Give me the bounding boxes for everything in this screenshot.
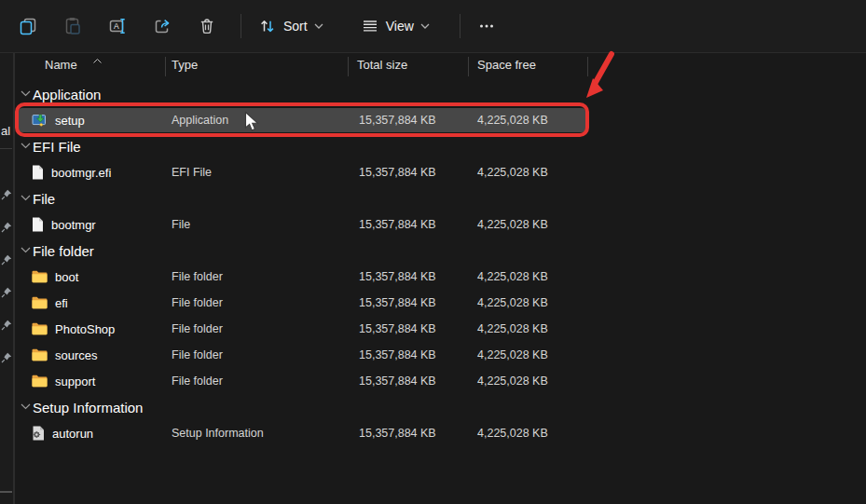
file-type: File — [172, 211, 190, 238]
column-resize-handle[interactable] — [165, 57, 166, 76]
file-type: File folder — [172, 368, 223, 394]
pin-icon[interactable] — [1, 187, 12, 198]
group-header-file[interactable]: File — [17, 185, 589, 211]
pin-icon[interactable] — [1, 350, 12, 361]
delete-icon — [198, 17, 216, 35]
navigation-pane-sliver — [0, 53, 13, 504]
svg-text:A: A — [114, 21, 119, 31]
share-button[interactable] — [144, 10, 181, 42]
copy-button[interactable] — [9, 10, 47, 42]
chevron-down-icon — [21, 143, 31, 149]
paste-button[interactable] — [54, 10, 91, 42]
column-header-space-free[interactable]: Space free — [477, 58, 536, 72]
file-row-setup[interactable]: setupApplication15,357,884 KB4,225,028 K… — [17, 107, 589, 133]
file-row-bootmgr[interactable]: bootmgrFile15,357,884 KB4,225,028 KB — [17, 211, 589, 238]
chevron-down-icon — [420, 23, 430, 29]
space-free: 4,225,028 KB — [477, 368, 548, 394]
pin-icon[interactable] — [1, 220, 12, 231]
sidebar-scrollbar-fragment[interactable] — [0, 491, 12, 493]
toolbar-separator — [460, 14, 460, 38]
sidebar-clipped-label: al — [1, 124, 10, 138]
file-type: File folder — [172, 264, 223, 290]
space-free: 4,225,028 KB — [477, 316, 548, 342]
rename-button[interactable]: A — [99, 10, 136, 42]
group-label: File folder — [33, 243, 94, 259]
file-name: PhotoShop — [55, 322, 115, 336]
share-icon — [153, 17, 172, 35]
column-header-type[interactable]: Type — [172, 58, 198, 72]
folder-icon — [32, 322, 48, 335]
folder-icon — [32, 270, 48, 283]
column-header-total-size[interactable]: Total size — [357, 58, 407, 72]
file-row-support[interactable]: supportFile folder15,357,884 KB4,225,028… — [17, 368, 589, 394]
file-name: sources — [55, 348, 98, 362]
file-list: ApplicationsetupApplication15,357,884 KB… — [17, 81, 589, 446]
pin-icon[interactable] — [1, 318, 12, 329]
folder-icon — [32, 296, 48, 309]
file-row-bootmgr-efi[interactable]: bootmgr.efiEFI File15,357,884 KB4,225,02… — [17, 159, 589, 185]
space-free: 4,225,028 KB — [477, 107, 548, 133]
toolbar-separator — [241, 14, 241, 38]
file-row-boot[interactable]: bootFile folder15,357,884 KB4,225,028 KB — [17, 264, 589, 290]
file-name: autorun — [52, 427, 93, 441]
column-resize-handle[interactable] — [587, 57, 588, 76]
file-name: boot — [55, 270, 78, 284]
setup-icon — [32, 113, 48, 128]
chevron-down-icon — [21, 247, 31, 253]
file-type: Application — [172, 107, 228, 133]
chevron-down-icon — [21, 195, 31, 201]
total-size: 15,357,884 KB — [359, 290, 436, 316]
pin-icon[interactable] — [1, 252, 12, 264]
file-name: bootmgr — [51, 218, 96, 232]
more-options-button[interactable] — [468, 10, 505, 42]
column-header-row: NameTypeTotal sizeSpace free — [17, 54, 856, 78]
file-type: File folder — [172, 290, 223, 316]
group-header-application[interactable]: Application — [17, 81, 589, 107]
file-row-autorun[interactable]: autorunSetup Information15,357,884 KB4,2… — [17, 420, 589, 446]
file-name: efi — [55, 296, 68, 310]
view-label: View — [386, 19, 414, 34]
column-resize-handle[interactable] — [348, 57, 349, 76]
file-type: Setup Information — [172, 420, 264, 446]
space-free: 4,225,028 KB — [477, 159, 548, 185]
view-icon — [361, 17, 379, 35]
file-row-photoshop[interactable]: PhotoShopFile folder15,357,884 KB4,225,0… — [17, 316, 589, 342]
sort-button[interactable]: Sort — [249, 10, 333, 42]
pin-icon[interactable] — [1, 285, 12, 296]
file-name: support — [55, 375, 95, 388]
total-size: 15,357,884 KB — [359, 342, 436, 368]
column-resize-handle[interactable] — [468, 57, 469, 76]
group-header-efi-file[interactable]: EFI File — [17, 133, 589, 159]
group-label: File — [33, 191, 55, 207]
space-free: 4,225,028 KB — [477, 420, 548, 446]
space-free: 4,225,028 KB — [477, 342, 548, 368]
total-size: 15,357,884 KB — [359, 420, 436, 446]
group-header-file-folder[interactable]: File folder — [17, 238, 589, 264]
total-size: 15,357,884 KB — [359, 211, 436, 238]
space-free: 4,225,028 KB — [477, 264, 548, 290]
view-button[interactable]: View — [351, 10, 439, 42]
setup-info-icon — [32, 426, 45, 441]
ellipsis-icon — [477, 17, 496, 35]
delete-button[interactable] — [188, 10, 226, 42]
group-label: EFI File — [33, 139, 81, 155]
file-type: File folder — [172, 316, 223, 342]
chevron-down-icon — [21, 90, 31, 97]
file-row-sources[interactable]: sourcesFile folder15,357,884 KB4,225,028… — [17, 342, 589, 368]
chevron-down-icon — [314, 23, 323, 29]
column-header-name[interactable]: Name — [45, 58, 77, 72]
rename-icon: A — [108, 17, 127, 35]
total-size: 15,357,884 KB — [359, 107, 436, 133]
paste-icon — [63, 17, 82, 35]
copy-icon — [19, 17, 37, 35]
file-name: setup — [55, 114, 85, 128]
total-size: 15,357,884 KB — [359, 368, 436, 394]
file-row-efi[interactable]: efiFile folder15,357,884 KB4,225,028 KB — [17, 290, 589, 316]
file-type: EFI File — [172, 159, 212, 185]
group-header-setup-information[interactable]: Setup Information — [17, 394, 589, 420]
total-size: 15,357,884 KB — [359, 159, 436, 185]
pane-divider[interactable] — [13, 53, 15, 504]
space-free: 4,225,028 KB — [477, 290, 548, 316]
sort-label: Sort — [283, 19, 308, 34]
file-type: File folder — [172, 342, 223, 368]
